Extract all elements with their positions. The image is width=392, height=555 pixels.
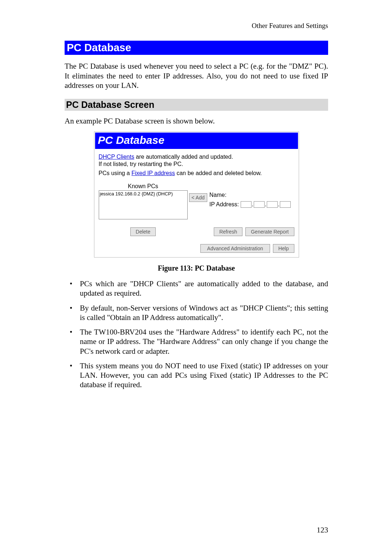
- fixed-ip-link[interactable]: Fixed IP address: [131, 170, 175, 176]
- ip-octet-4-input[interactable]: [280, 201, 291, 208]
- row2-right-buttons: Refresh Generate Report: [214, 227, 294, 236]
- bullet-item: The TW100-BRV204 uses the "Hardware Addr…: [65, 327, 328, 356]
- known-pcs-label: Known PCs: [99, 183, 188, 190]
- figure-line2: If not listed, try restarting the PC.: [99, 161, 294, 168]
- figure-line3: PCs using a Fixed IP address can be adde…: [99, 170, 294, 177]
- section-banner: PC Database: [65, 41, 328, 55]
- known-pc-entry[interactable]: jessica 192.168.0.2 {DMZ} (DHCP): [100, 191, 187, 197]
- ip-octet-2-input[interactable]: [254, 201, 265, 208]
- intro-paragraph: The PC Database is used whenever you nee…: [65, 61, 328, 90]
- name-label: Name:: [209, 192, 226, 198]
- dhcp-clients-link[interactable]: DHCP Clients: [99, 154, 134, 160]
- figure-caption: Figure 113: PC Database: [65, 264, 328, 272]
- known-pcs-listbox[interactable]: jessica 192.168.0.2 {DMZ} (DHCP): [99, 190, 188, 219]
- help-button[interactable]: Help: [273, 244, 294, 253]
- add-button[interactable]: < Add: [189, 193, 207, 202]
- refresh-button[interactable]: Refresh: [214, 227, 242, 236]
- generate-report-button[interactable]: Generate Report: [245, 227, 294, 236]
- figure-line1: DHCP Clients are automatically added and…: [99, 153, 294, 161]
- bullet-item: PCs which are "DHCP Clients" are automat…: [65, 279, 328, 298]
- document-page: Other Features and Settings PC Database …: [0, 0, 392, 555]
- figure-body: DHCP Clients are automatically added and…: [94, 150, 299, 257]
- name-field-row: Name:: [209, 190, 291, 200]
- delete-button[interactable]: Delete: [130, 227, 156, 236]
- subheading: PC Database Screen: [65, 99, 328, 111]
- header-right-text: Other Features and Settings: [65, 22, 328, 30]
- subintro: An example PC Database screen is shown b…: [65, 117, 328, 126]
- ip-field-row: IP Address: ...: [209, 200, 291, 209]
- figure-row-3: Advanced Administration Help: [99, 244, 294, 253]
- figure-middle-row: Known PCs jessica 192.168.0.2 {DMZ} (DHC…: [99, 183, 294, 219]
- page-number: 123: [317, 526, 328, 535]
- bullet-list: PCs which are "DHCP Clients" are automat…: [65, 279, 328, 390]
- figure-line3-pre: PCs using a: [99, 170, 132, 176]
- figure-pc-database: PC Database DHCP Clients are automatical…: [94, 131, 299, 258]
- bullet-item: This system means you do NOT need to use…: [65, 361, 328, 390]
- figure-row-2: Delete Refresh Generate Report: [99, 227, 294, 236]
- name-ip-fields: Name: IP Address: ...: [209, 190, 291, 209]
- ip-octet-3-input[interactable]: [267, 201, 278, 208]
- advanced-administration-button[interactable]: Advanced Administration: [200, 244, 270, 253]
- figure-title: PC Database: [95, 133, 298, 149]
- figure-line3-post: can be added and deleted below.: [175, 170, 262, 176]
- ip-octet-1-input[interactable]: [241, 201, 252, 208]
- known-pcs-column: Known PCs jessica 192.168.0.2 {DMZ} (DHC…: [99, 183, 188, 219]
- ip-label: IP Address:: [209, 201, 239, 207]
- delete-wrap: Delete: [99, 227, 188, 236]
- figure-line1-rest: are automatically added and updated.: [134, 154, 233, 160]
- bullet-item: By default, non-Server versions of Windo…: [65, 303, 328, 323]
